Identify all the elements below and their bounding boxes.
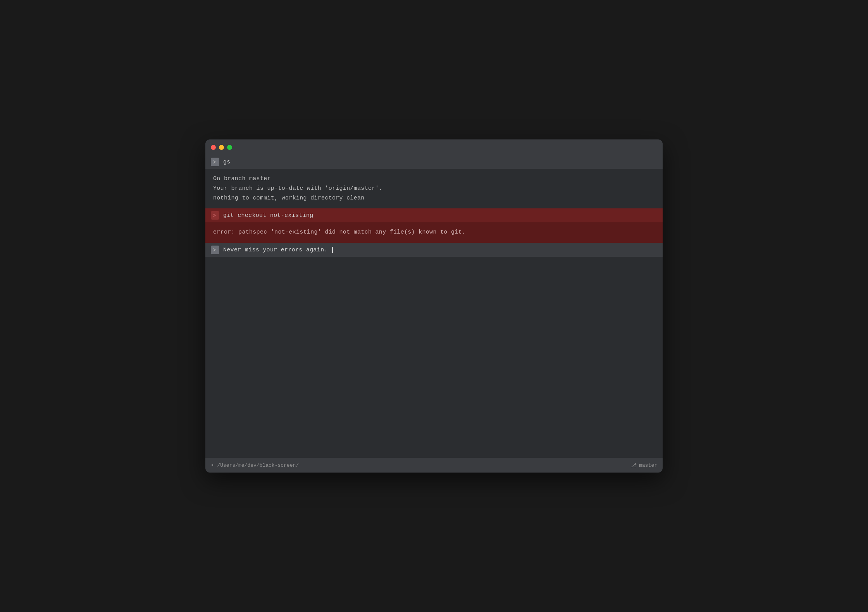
- minimize-button[interactable]: [219, 145, 224, 150]
- close-button[interactable]: [211, 145, 216, 150]
- title-bar: [205, 139, 663, 155]
- command-row-gs: gs: [205, 155, 663, 169]
- output-line-1: On branch master: [213, 174, 655, 184]
- status-path: ▪ /Users/me/dev/black-screen/: [211, 462, 299, 468]
- status-bar: ▪ /Users/me/dev/black-screen/ ⎇ master: [205, 458, 663, 473]
- command-text-promo: Never miss your errors again.: [223, 247, 328, 253]
- terminal-window: gs On branch master Your branch is up-to…: [205, 139, 663, 473]
- maximize-button[interactable]: [227, 145, 232, 150]
- terminal-spacer: [205, 257, 663, 458]
- output-line-3: nothing to commit, working directory cle…: [213, 194, 655, 203]
- error-output-line-1: error: pathspec 'not-existing' did not m…: [213, 228, 655, 237]
- command-row-promo: Never miss your errors again.: [205, 243, 663, 257]
- output-line-2: Your branch is up-to-date with 'origin/m…: [213, 184, 655, 194]
- prompt-icon-promo: [211, 246, 219, 254]
- cursor: [332, 247, 333, 253]
- prompt-icon-error: [211, 211, 219, 220]
- status-branch: ⎇ master: [630, 462, 657, 469]
- branch-icon: ⎇: [630, 462, 637, 469]
- status-path-text: /Users/me/dev/black-screen/: [217, 462, 299, 468]
- command-text-gs: gs: [223, 159, 231, 165]
- command-row-checkout: git checkout not-existing: [205, 208, 663, 222]
- output-block-gs: On branch master Your branch is up-to-da…: [205, 169, 663, 208]
- error-output-block: error: pathspec 'not-existing' did not m…: [205, 222, 663, 243]
- folder-icon: ▪: [211, 462, 214, 468]
- prompt-icon: [211, 158, 219, 166]
- terminal-body: gs On branch master Your branch is up-to…: [205, 155, 663, 473]
- traffic-lights: [211, 145, 232, 150]
- status-branch-text: master: [639, 462, 657, 468]
- command-text-checkout: git checkout not-existing: [223, 212, 313, 219]
